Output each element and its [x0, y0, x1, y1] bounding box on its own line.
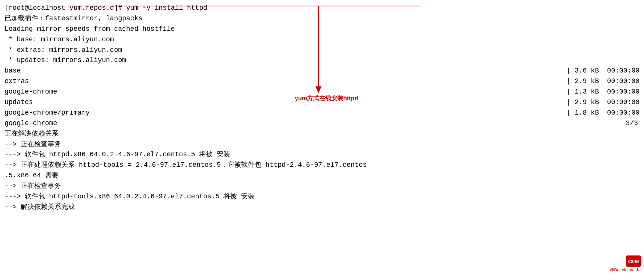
- repo-name-base: base: [5, 66, 534, 76]
- repo-line-google-chrome: google-chrome | 1.3 kB 00:00:00: [5, 87, 639, 97]
- repo-line-updates: updates | 2.9 kB 00:00:00: [5, 97, 639, 108]
- svg-text:CSDN: CSDN: [628, 260, 639, 264]
- repo-stats-extras: | 2.9 kB 00:00:00: [534, 76, 639, 87]
- repo-name-google-chrome-primary: google-chrome/primary: [5, 108, 534, 118]
- repo-line-google-chrome-primary: google-chrome/primary | 1.8 kB 00:00:00: [5, 108, 639, 118]
- csdn-username: @Deteriorate_Kr: [610, 267, 641, 272]
- repo-stats-google-chrome: | 1.3 kB 00:00:00: [534, 87, 639, 97]
- csdn-watermark: CSDN @Deteriorate_Kr: [610, 255, 641, 272]
- output-line-1: 已加载插件：fastestmirror, langpacks: [5, 14, 639, 24]
- repo-stats-base: | 3.6 kB 00:00:00: [534, 66, 639, 76]
- repo-stats-updates: | 2.9 kB 00:00:00: [534, 97, 639, 108]
- output-line-5: * updates: mirrors.aliyun.com: [5, 55, 639, 66]
- repo-stats-google-chrome-primary: | 1.8 kB 00:00:00: [534, 108, 639, 118]
- dep-line-3b: .5.x86_64 需要: [5, 171, 639, 181]
- repo-line-extras: extras | 2.9 kB 00:00:00: [5, 76, 639, 87]
- google-chrome-page-count: 3/3: [155, 118, 639, 129]
- dep-line-6: --> 解决依赖关系完成: [5, 202, 639, 213]
- dep-line-2: ---> 软件包 httpd.x86_64.0.2.4.6-97.el7.cen…: [5, 150, 639, 160]
- repo-name-extras: extras: [5, 76, 534, 87]
- dep-line-0: 正在解决依赖关系: [5, 129, 639, 139]
- csdn-logo: CSDN: [626, 255, 641, 267]
- dep-line-4: --> 正在检查事务: [5, 181, 639, 192]
- repo-line-base: base | 3.6 kB 00:00:00: [5, 66, 639, 76]
- repo-name-updates: updates: [5, 97, 534, 108]
- dep-line-5: ---> 软件包 httpd-tools.x86_64.0.2.4.6-97.e…: [5, 192, 639, 202]
- command-line: [root@localhost yum.repos.d]# yum -y ins…: [5, 3, 639, 14]
- terminal-output: [root@localhost yum.repos.d]# yum -y ins…: [0, 0, 644, 216]
- output-line-2: Loading mirror speeds from cached hostfi…: [5, 24, 639, 35]
- dep-line-1: --> 正在检查事务: [5, 139, 639, 150]
- output-line-4: * extras: mirrors.aliyun.com: [5, 45, 639, 56]
- google-chrome-counter-label: google-chrome: [5, 118, 155, 129]
- google-chrome-counter-line: google-chrome 3/3: [5, 118, 639, 129]
- output-line-3: * base: mirrors.aliyun.com: [5, 35, 639, 45]
- dep-line-3: --> 正在处理依赖关系 httpd-tools = 2.4.6-97.el7.…: [5, 160, 639, 171]
- repo-name-google-chrome: google-chrome: [5, 87, 534, 97]
